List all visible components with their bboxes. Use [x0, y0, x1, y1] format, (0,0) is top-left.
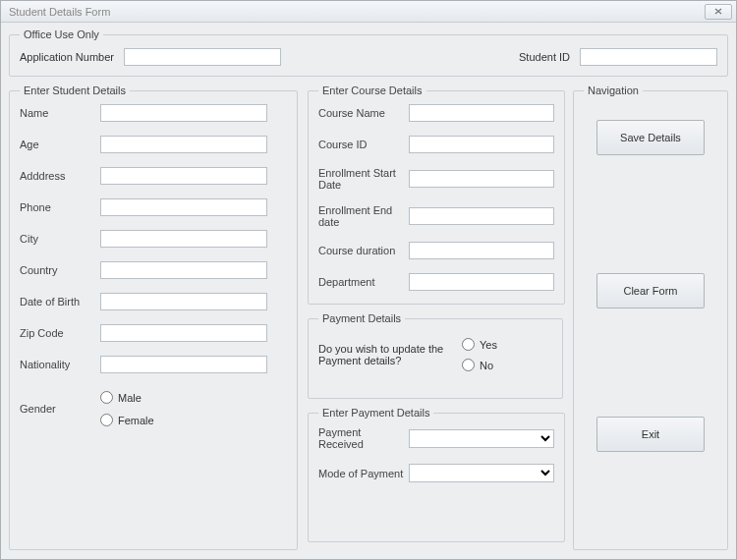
mode-of-payment-select[interactable] [409, 464, 554, 482]
window: Student Details Form Office Use Only App… [0, 0, 737, 560]
course-name-input[interactable] [409, 104, 554, 122]
student-id-label: Student ID [519, 51, 570, 63]
course-duration-label: Course duration [318, 245, 409, 256]
payment-received-select[interactable] [409, 429, 554, 448]
office-use-group: Office Use Only Application Number Stude… [9, 28, 728, 77]
department-label: Department [318, 276, 409, 288]
student-details-legend: Enter Student Details [20, 84, 130, 96]
name-label: Name [20, 107, 100, 119]
department-input[interactable] [409, 273, 554, 291]
payment-question-group: Payment Details Do you wish to update th… [308, 312, 563, 399]
gender-male-radio[interactable] [100, 391, 113, 404]
navigation-legend: Navigation [584, 84, 643, 96]
gender-male-label: Male [118, 392, 142, 404]
close-icon [714, 8, 722, 15]
dob-label: Date of Birth [20, 296, 100, 308]
enroll-end-input[interactable] [409, 207, 554, 225]
address-input[interactable] [100, 167, 267, 185]
name-input[interactable] [100, 104, 267, 122]
save-button[interactable]: Save Details [596, 120, 705, 155]
titlebar: Student Details Form [1, 1, 736, 23]
country-label: Country [20, 264, 100, 276]
payment-question-text: Do you wish to update the Payment detail… [318, 343, 446, 366]
student-id-input[interactable] [580, 48, 717, 66]
gender-label: Gender [20, 403, 100, 415]
payment-yes-radio[interactable] [462, 338, 475, 351]
course-details-group: Enter Course Details Course Name Course … [308, 84, 565, 305]
gender-female-radio[interactable] [100, 414, 113, 426]
payment-details-group: Enter Payment Details Payment Received M… [308, 407, 565, 542]
payment-no-radio[interactable] [462, 359, 475, 371]
course-id-label: Course ID [318, 139, 409, 150]
clear-button[interactable]: Clear Form [596, 273, 705, 308]
payment-yes-label: Yes [480, 339, 497, 351]
course-id-input[interactable] [409, 136, 554, 153]
content-area: Office Use Only Application Number Stude… [1, 23, 736, 559]
nationality-input[interactable] [100, 356, 267, 373]
enroll-start-label: Enrollment Start Date [318, 167, 409, 191]
enroll-start-input[interactable] [409, 170, 554, 188]
payment-details-legend: Enter Payment Details [318, 407, 433, 419]
address-label: Adddress [20, 170, 100, 182]
payment-question-legend: Payment Details [318, 312, 405, 324]
gender-female-label: Female [118, 415, 154, 426]
city-label: City [20, 233, 100, 245]
country-input[interactable] [100, 261, 267, 279]
mode-of-payment-label: Mode of Payment [318, 468, 409, 479]
age-label: Age [20, 139, 100, 150]
phone-input[interactable] [100, 198, 267, 216]
office-use-legend: Office Use Only [20, 28, 103, 40]
close-button[interactable] [705, 4, 732, 20]
zip-label: Zip Code [20, 327, 100, 339]
course-details-legend: Enter Course Details [318, 84, 426, 96]
course-duration-input[interactable] [409, 242, 554, 259]
nationality-label: Nationality [20, 359, 100, 370]
payment-received-label: Payment Received [318, 426, 409, 450]
dob-input[interactable] [100, 293, 267, 310]
zip-input[interactable] [100, 324, 267, 342]
phone-label: Phone [20, 201, 100, 213]
window-title: Student Details Form [9, 6, 110, 18]
city-input[interactable] [100, 230, 267, 248]
exit-button[interactable]: Exit [596, 417, 705, 452]
age-input[interactable] [100, 136, 267, 153]
course-name-label: Course Name [318, 107, 409, 119]
application-number-input[interactable] [124, 48, 281, 66]
navigation-group: Navigation Save Details Clear Form Exit [573, 84, 728, 550]
application-number-label: Application Number [20, 51, 114, 63]
student-details-group: Enter Student Details Name Age Adddress … [9, 84, 298, 550]
payment-no-label: No [480, 360, 493, 371]
enroll-end-label: Enrollment End date [318, 204, 409, 228]
